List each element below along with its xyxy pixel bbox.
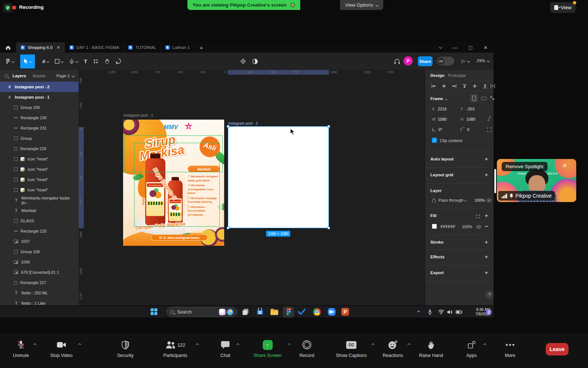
selection-handle[interactable]	[327, 227, 330, 229]
corner-radius-value[interactable]: 0	[467, 127, 469, 132]
figma-canvas[interactable]: -1250-1000-750-500-250025050075010801500…	[79, 70, 425, 305]
maximize-window-icon[interactable]: ▢	[469, 45, 473, 50]
layer-row[interactable]: Rectangle 231	[0, 123, 79, 133]
add-fill-button[interactable]: +	[485, 212, 488, 219]
move-tool-button[interactable]	[20, 54, 35, 68]
new-tab-button[interactable]: +	[194, 42, 208, 53]
layer-row[interactable]: Membantu mengatur kadar gu...	[0, 195, 79, 205]
instagram-post-1-frame[interactable]: MMV ★ ★ Sirup Markisa Asli Sirup Markisa…	[123, 120, 224, 246]
tab-prototype[interactable]: Prototype	[448, 73, 466, 78]
taskbar-search[interactable]: Search	[166, 307, 237, 317]
scrollbar-thumb[interactable]	[494, 169, 496, 193]
comment-tool-button[interactable]	[113, 54, 124, 68]
reactions-button[interactable]: Reactions	[373, 339, 413, 358]
tab-design[interactable]: Design	[430, 73, 444, 78]
instagram-post-2-frame[interactable]	[228, 126, 329, 228]
tray-battery-icon[interactable]	[456, 306, 462, 318]
chrome-icon[interactable]	[313, 308, 321, 316]
more-button[interactable]: More	[490, 339, 530, 358]
window-menu-chevron-icon[interactable]	[439, 45, 442, 48]
task-view-button[interactable]	[242, 308, 250, 316]
layer-row[interactable]: Netto : 250 ML	[0, 288, 79, 298]
layer-row[interactable]: Group 108	[0, 247, 79, 257]
leave-button[interactable]: Leave	[546, 343, 569, 355]
apps-button[interactable]: Apps	[451, 339, 492, 358]
hand-tool-button[interactable]	[101, 54, 113, 68]
independent-corners-icon[interactable]	[487, 127, 492, 132]
powerpoint-icon[interactable]: P	[341, 308, 349, 316]
file-explorer-icon[interactable]	[270, 308, 279, 315]
resize-to-fit-icon[interactable]	[490, 96, 495, 100]
selection-handle[interactable]	[327, 125, 330, 128]
figma-home-button[interactable]	[0, 42, 16, 53]
share-button[interactable]: Share	[418, 56, 433, 66]
unmute-options-caret[interactable]	[33, 343, 36, 346]
close-window-icon[interactable]: ✕	[484, 45, 488, 50]
fill-opacity-value[interactable]: 100%	[462, 224, 472, 229]
add-effect-button[interactable]: +	[485, 254, 488, 260]
fill-hex-value[interactable]: FFFFFF	[441, 224, 455, 229]
raise-hand-button[interactable]: Raise Hand	[411, 339, 451, 358]
chat-options-caret[interactable]	[236, 343, 239, 346]
layer-row[interactable]: Rectangle 220	[0, 226, 79, 236]
zoom-level-control[interactable]: 29%	[477, 59, 490, 63]
clip-content-checkbox[interactable]: ✓	[432, 138, 437, 143]
layer-row[interactable]: Instagram post - 2	[0, 82, 79, 92]
unmute-button[interactable]: Unmute	[1, 339, 41, 358]
frame-section-title[interactable]: Frame	[430, 96, 443, 101]
align-vertical-center-icon[interactable]	[472, 84, 477, 89]
remove-fill-button[interactable]: −	[485, 223, 488, 230]
reactions-options-caret[interactable]	[408, 343, 410, 346]
tray-chevron-up[interactable]	[417, 306, 420, 318]
align-horizontal-center-icon[interactable]	[441, 84, 447, 89]
layer-row[interactable]: GLASS	[0, 216, 79, 226]
layer-row[interactable]: Rectangle 227	[0, 277, 79, 288]
audio-headphones-icon[interactable]	[391, 54, 403, 68]
layer-row[interactable]: icon "heart"	[0, 154, 79, 164]
layer-row[interactable]: Netto : 1 Liter	[0, 298, 79, 305]
add-stroke-button[interactable]: +	[485, 239, 488, 245]
close-tab-icon[interactable]: ✕	[57, 45, 60, 50]
y-value[interactable]: -253	[466, 107, 474, 111]
w-value[interactable]: 1080	[438, 117, 447, 121]
notification-count-badge[interactable]: 2	[486, 309, 492, 315]
figma-app-icon[interactable]	[286, 308, 291, 315]
search-icon[interactable]	[4, 74, 8, 78]
styles-icon[interactable]	[476, 214, 480, 219]
microsoft-store-icon[interactable]	[256, 308, 264, 316]
tab-latihan-1[interactable]: Latihan 1	[161, 42, 194, 53]
layer-row[interactable]: icon "heart"	[0, 164, 79, 174]
layer-row[interactable]: 1006	[0, 257, 79, 267]
layer-row[interactable]: 678 [Converted]-01 1	[0, 267, 79, 277]
h-value[interactable]: 1080	[466, 117, 475, 121]
present-button[interactable]: ▷	[462, 58, 470, 64]
dev-mode-toggle[interactable]: </>	[437, 57, 454, 66]
frame-tool-button[interactable]: #	[39, 54, 52, 68]
pen-tool-button[interactable]	[66, 54, 81, 68]
selection-handle[interactable]	[227, 227, 229, 229]
layer-row[interactable]: 1007	[0, 236, 79, 247]
text-tool-button[interactable]: T	[81, 54, 90, 68]
layer-row[interactable]: Rectangle 230	[0, 113, 79, 123]
tray-microphone-icon[interactable]	[428, 306, 432, 318]
participants-button[interactable]: 122 Participants	[151, 339, 199, 358]
frame2-label[interactable]: Instagram post - 2	[228, 121, 258, 125]
figma-main-menu-button[interactable]	[2, 54, 17, 68]
align-bottom-icon[interactable]	[483, 84, 488, 89]
component-tool-button[interactable]	[90, 54, 101, 68]
remove-spotlight-button[interactable]: Remove Spotlight	[502, 162, 548, 171]
todo-check-app-icon[interactable]	[298, 308, 306, 315]
view-button[interactable]: View	[550, 2, 576, 13]
visibility-eye-icon[interactable]	[486, 198, 492, 202]
constrain-proportions-icon[interactable]	[487, 116, 491, 121]
layer-row[interactable]: Instagram post - 1	[0, 92, 79, 102]
chat-button[interactable]: Chat	[205, 339, 245, 358]
help-button[interactable]: ?	[485, 291, 494, 299]
align-right-icon[interactable]	[452, 84, 457, 89]
selection-handle[interactable]	[227, 125, 229, 128]
frame1-label[interactable]: Instagram post - 1	[123, 113, 153, 117]
show-captions-button[interactable]: CC Show Captions	[329, 339, 373, 358]
align-top-icon[interactable]	[462, 84, 467, 89]
windows-start-button[interactable]	[151, 308, 157, 315]
tray-speaker-icon[interactable]	[447, 306, 453, 318]
